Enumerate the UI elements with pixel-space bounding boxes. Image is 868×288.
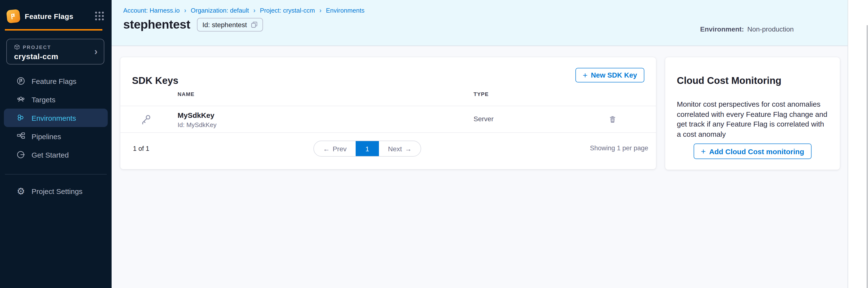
add-cloud-cost-button[interactable]: + Add Cloud Cost monitoring xyxy=(693,143,811,159)
breadcrumb-organization-link[interactable]: Organization: default xyxy=(191,6,249,14)
sidebar-nav: Feature Flags Targets Environments Pipel… xyxy=(0,72,112,164)
page-title: stephentest xyxy=(123,18,190,32)
delete-sdk-key-button[interactable] xyxy=(609,116,617,124)
column-header-name: NAME xyxy=(178,91,194,97)
project-label: PROJECT xyxy=(14,44,51,50)
cube-icon xyxy=(14,44,20,50)
page-count: 1 of 1 xyxy=(133,145,149,152)
pagination: ← Prev 1 Next → xyxy=(313,140,421,157)
new-sdk-key-label: New SDK Key xyxy=(591,71,637,79)
add-cloud-cost-label: Add Cloud Cost monitoring xyxy=(709,147,804,155)
environment-type: Environment:Non-production xyxy=(700,25,794,33)
project-name: crystal-ccm xyxy=(14,52,58,61)
app-window: Feature Flags PROJECT crystal-ccm › Feat… xyxy=(0,0,868,288)
breadcrumb: Account: Harness.io › Organization: defa… xyxy=(123,6,364,14)
sdk-keys-title: SDK Keys xyxy=(132,75,178,86)
gear-icon: ⚙ xyxy=(17,187,25,195)
project-selector[interactable]: PROJECT crystal-ccm › xyxy=(6,39,104,64)
environment-type-value: Non-production xyxy=(747,25,794,33)
sidebar-item-targets[interactable]: Targets xyxy=(0,90,112,108)
sidebar: Feature Flags PROJECT crystal-ccm › Feat… xyxy=(0,0,112,288)
sidebar-item-label: Get Started xyxy=(32,151,69,159)
sidebar-item-project-settings[interactable]: ⚙ Project Settings xyxy=(0,182,112,200)
feature-flags-logo-icon xyxy=(6,9,20,23)
sidebar-item-pipelines[interactable]: Pipelines xyxy=(0,127,112,146)
breadcrumb-account-link[interactable]: Account: Harness.io xyxy=(123,6,180,14)
sidebar-item-label: Environments xyxy=(32,114,76,122)
pipelines-icon xyxy=(17,132,25,140)
sidebar-item-label: Project Settings xyxy=(32,187,83,195)
module-switcher-icon[interactable] xyxy=(95,12,104,20)
copy-icon[interactable] xyxy=(251,21,258,28)
next-page-button[interactable]: Next → xyxy=(379,141,421,156)
environment-id-badge: Id: stephentest xyxy=(197,18,263,31)
sidebar-item-label: Pipelines xyxy=(32,132,61,140)
plus-icon: + xyxy=(701,147,706,155)
scrollbar[interactable] xyxy=(867,25,868,288)
breadcrumb-project-link[interactable]: Project: crystal-ccm xyxy=(260,6,315,14)
cloud-cost-description: Monitor cost perspectives for cost anoma… xyxy=(677,99,829,139)
sdk-key-type: Server xyxy=(473,115,493,123)
right-panel-strip xyxy=(848,0,868,288)
plus-icon: + xyxy=(583,71,588,79)
sidebar-item-label: Feature Flags xyxy=(32,77,76,85)
module-title: Feature Flags xyxy=(25,12,73,20)
sdk-keys-card: SDK Keys + New SDK Key NAME TYPE MySdkKe… xyxy=(120,57,656,169)
prev-label: Prev xyxy=(333,145,347,153)
environment-type-label: Environment: xyxy=(700,25,744,33)
sidebar-item-feature-flags[interactable]: Feature Flags xyxy=(0,72,112,90)
column-header-type: TYPE xyxy=(473,91,489,97)
prev-page-button[interactable]: ← Prev xyxy=(314,141,355,156)
key-icon xyxy=(141,114,151,127)
get-started-icon xyxy=(17,150,25,159)
sidebar-item-environments[interactable]: Environments xyxy=(4,108,108,127)
new-sdk-key-button[interactable]: + New SDK Key xyxy=(576,68,644,83)
sdk-key-row[interactable]: MySdkKey Id: MySdkKey Server xyxy=(120,106,656,133)
trash-icon xyxy=(609,116,617,124)
module-header: Feature Flags xyxy=(7,8,104,24)
chevron-right-icon: › xyxy=(94,46,97,57)
environments-hexagons-icon xyxy=(17,114,25,122)
breadcrumb-separator-icon: › xyxy=(319,6,321,14)
showing-per-page: Showing 1 per page xyxy=(590,145,648,152)
sidebar-item-label: Targets xyxy=(32,95,55,103)
sdk-key-id: Id: MySdkKey xyxy=(178,121,216,128)
breadcrumb-separator-icon: › xyxy=(184,6,186,14)
people-icon xyxy=(17,95,25,104)
next-label: Next xyxy=(388,145,402,153)
right-arrow-icon: → xyxy=(405,145,412,153)
sidebar-item-get-started[interactable]: Get Started xyxy=(0,146,112,164)
main-area: Account: Harness.io › Organization: defa… xyxy=(112,0,848,288)
left-arrow-icon: ← xyxy=(323,145,330,153)
cloud-cost-title: Cloud Cost Monitoring xyxy=(677,75,781,86)
flag-circle-icon xyxy=(17,76,25,85)
brand-divider xyxy=(5,29,102,31)
sidebar-divider xyxy=(5,174,107,174)
breadcrumb-environments-link[interactable]: Environments xyxy=(326,6,364,14)
page-header: Account: Harness.io › Organization: defa… xyxy=(112,0,848,46)
sdk-key-name: MySdkKey xyxy=(178,111,214,119)
environment-id-text: Id: stephentest xyxy=(202,21,247,28)
breadcrumb-separator-icon: › xyxy=(253,6,255,14)
page-1-button[interactable]: 1 xyxy=(355,141,379,156)
cloud-cost-card: Cloud Cost Monitoring Monitor cost persp… xyxy=(665,57,840,170)
